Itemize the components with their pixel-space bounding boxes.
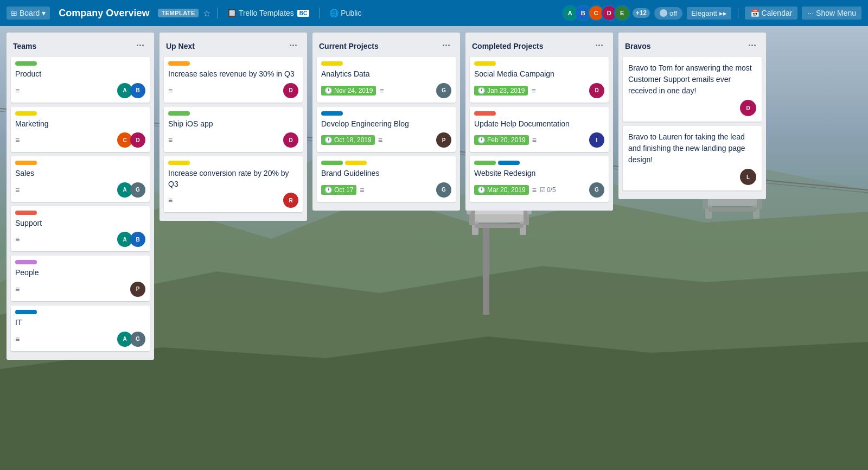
checklist-badge: ☑ 0/5 <box>540 186 556 194</box>
column-completed-projects: Completed Projects ··· Social Media Camp… <box>465 33 613 211</box>
bravo-tom-text: Bravo to Tom for answering the most Cust… <box>628 62 756 97</box>
card-it[interactable]: IT ≡ A G <box>11 306 150 351</box>
card-sales-revenue[interactable]: Increase sales revenue by 30% in Q3 ≡ D <box>164 57 303 103</box>
card-sales[interactable]: Sales ≡ A G <box>11 156 150 202</box>
avatar-5[interactable]: E <box>614 5 630 21</box>
show-menu-button[interactable]: ··· Show Menu <box>802 7 861 20</box>
card-avatars-up3: R <box>283 193 298 208</box>
card-avatars-product: A B <box>117 83 145 98</box>
bravo-lauren-footer: L <box>628 169 756 185</box>
card-footer-marketing: ≡ C D <box>15 132 145 148</box>
calendar-button[interactable]: 📅 Calendar <box>745 7 798 20</box>
desc-icon-cmp1: ≡ <box>531 86 535 95</box>
date-badge-cp1: 🕐 Nov 24, 2019 <box>321 86 376 96</box>
card-bravo-tom[interactable]: Bravo to Tom for answering the most Cust… <box>623 57 762 122</box>
elegantt-label: Elegantt ▸▸ <box>691 9 726 17</box>
card-conversion-rate[interactable]: Increase conversion rate by 20% by Q3 ≡ … <box>164 156 303 212</box>
page-title: Company Overview <box>59 8 149 19</box>
date-badge-cp3: 🕐 Oct 17 <box>321 185 356 195</box>
board-label: Board <box>20 9 40 17</box>
avatar-marketing-2: D <box>130 132 145 148</box>
card-meta-cmp2: 🕐 Feb 20, 2019 ≡ <box>474 135 537 145</box>
card-support[interactable]: Support ≡ A B <box>11 206 150 252</box>
toggle-label: off <box>669 9 677 17</box>
avatar-sales-2: G <box>130 182 145 198</box>
visibility-button[interactable]: 🌐 Public <box>326 7 365 20</box>
card-website-redesign[interactable]: Website Redesign 🕐 Mar 20, 2019 ≡ ☑ 0/5 … <box>470 156 609 202</box>
header-divider-2 <box>319 8 320 18</box>
card-marketing[interactable]: Marketing ≡ C D <box>11 107 150 153</box>
card-product[interactable]: Product ≡ A B <box>11 57 150 103</box>
card-ship-ios[interactable]: Ship iOS app ≡ D <box>164 107 303 153</box>
avatar-it-2: G <box>130 332 145 347</box>
column-menu-bravos[interactable]: ··· <box>745 39 760 53</box>
card-analytics-data[interactable]: Analytics Data 🕐 Nov 24, 2019 ≡ G <box>317 57 456 103</box>
card-title-conversion-rate: Increase conversion rate by 20% by Q3 <box>168 168 298 189</box>
card-label-yellow <box>15 111 37 116</box>
board-button[interactable]: ⊞ Board ▾ <box>7 7 50 20</box>
card-desc-icon-5: ≡ <box>15 285 20 294</box>
card-title-blog: Develop Engineering Blog <box>321 119 451 130</box>
desc-icon-cp3: ≡ <box>360 186 364 194</box>
header-divider-3 <box>738 8 738 18</box>
card-label-cp2 <box>321 111 343 116</box>
card-label-up2 <box>168 111 190 116</box>
workspace-name: Trello Templates <box>239 9 294 17</box>
card-meta-cp3: 🕐 Oct 17 ≡ <box>321 185 365 195</box>
column-header-up-next: Up Next ··· <box>164 37 303 57</box>
card-social-media[interactable]: Social Media Campaign 🕐 Jan 23, 2019 ≡ D <box>470 57 609 103</box>
card-desc-icon-6: ≡ <box>15 335 20 344</box>
globe-icon: 🌐 <box>329 9 339 17</box>
card-label-red <box>15 211 37 215</box>
card-meta-cmp1: 🕐 Jan 23, 2019 ≡ <box>474 86 536 96</box>
card-avatars-support: A B <box>117 232 145 247</box>
card-footer-up2: ≡ D <box>168 132 298 148</box>
card-meta-cp1: 🕐 Nov 24, 2019 ≡ <box>321 86 384 96</box>
card-engineering-blog[interactable]: Develop Engineering Blog 🕐 Oct 18, 2019 … <box>317 107 456 153</box>
card-avatars-cp3: G <box>436 182 451 198</box>
star-icon[interactable]: ☆ <box>203 8 210 18</box>
card-avatars-people: P <box>130 282 145 297</box>
column-header-teams: Teams ··· <box>11 37 150 57</box>
card-label-cp3a <box>321 161 343 165</box>
card-help-docs[interactable]: Update Help Documentation 🕐 Feb 20, 2019… <box>470 107 609 153</box>
desc-icon-cmp2: ≡ <box>532 136 537 144</box>
card-avatars-up1: D <box>283 83 298 98</box>
elegantt-toggle[interactable]: off <box>654 7 682 20</box>
clock-icon-cmp3: 🕐 <box>477 186 486 194</box>
avatar-overflow-count[interactable]: +12 <box>633 8 650 18</box>
column-title-current: Current Projects <box>319 42 379 50</box>
clock-icon-cmp1: 🕐 <box>477 87 486 94</box>
card-label-cmp1 <box>474 61 496 66</box>
column-menu-completed[interactable]: ··· <box>592 39 607 53</box>
calendar-icon: 📅 <box>750 9 760 17</box>
card-footer-product: ≡ A B <box>15 83 145 98</box>
card-desc-icon-3: ≡ <box>15 186 20 194</box>
card-footer-cp3: 🕐 Oct 17 ≡ G <box>321 182 451 198</box>
elegantt-button[interactable]: Elegantt ▸▸ <box>687 7 731 20</box>
column-title-completed: Completed Projects <box>472 42 543 50</box>
card-desc-icon-2: ≡ <box>15 136 20 144</box>
date-badge-cmp3: 🕐 Mar 20, 2019 <box>474 185 529 195</box>
workspace-button[interactable]: 🔲 Trello Templates BC <box>224 7 312 20</box>
avatar-cp2: P <box>436 132 451 148</box>
card-brand-guidelines[interactable]: Brand Guidelines 🕐 Oct 17 ≡ G <box>317 156 456 202</box>
column-menu-teams[interactable]: ··· <box>133 39 148 53</box>
dual-labels-cmp3 <box>474 161 604 165</box>
card-people[interactable]: People ≡ P <box>11 256 150 301</box>
visibility-label: Public <box>341 9 361 17</box>
column-menu-up-next[interactable]: ··· <box>286 39 301 53</box>
column-menu-current[interactable]: ··· <box>439 39 454 53</box>
card-label-up1 <box>168 61 190 66</box>
avatar-cp1: G <box>436 83 451 98</box>
card-avatars-it: A G <box>117 332 145 347</box>
card-avatars-marketing: C D <box>117 132 145 148</box>
card-bravo-lauren[interactable]: Bravo to Lauren for taking the lead and … <box>623 126 762 190</box>
card-label-cmp3b <box>498 161 520 165</box>
card-title-helpdocs: Update Help Documentation <box>474 119 604 130</box>
avatar-cmp2: I <box>589 132 604 148</box>
card-avatars-cp1: G <box>436 83 451 98</box>
card-footer-cmp2: 🕐 Feb 20, 2019 ≡ I <box>474 132 604 148</box>
card-label-cp3b <box>345 161 367 165</box>
bravo-tom-footer: D <box>628 100 756 116</box>
